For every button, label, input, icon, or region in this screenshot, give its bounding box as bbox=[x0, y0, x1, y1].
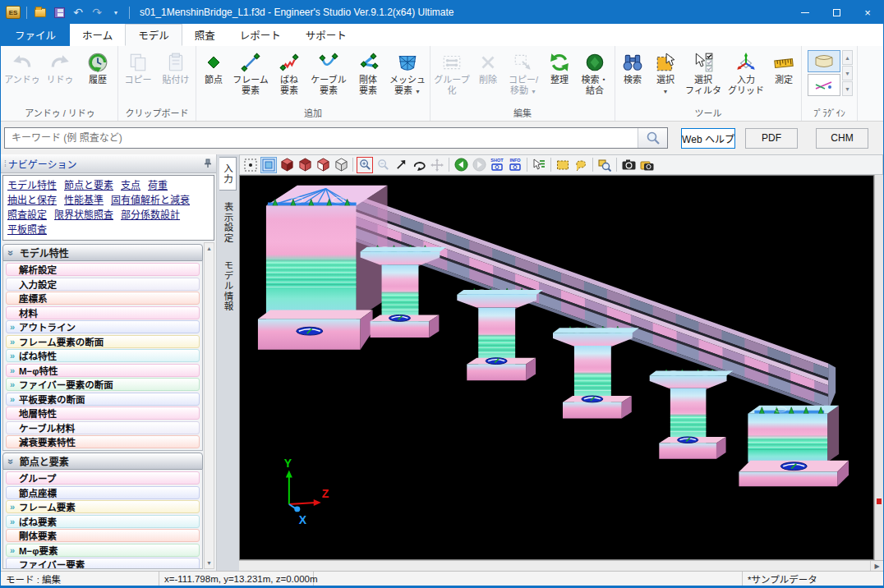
select-filter-button[interactable]: 選択 フィルタ bbox=[682, 48, 725, 95]
scroll-right-button[interactable]: ▶ bbox=[870, 561, 883, 571]
select-elements-button[interactable] bbox=[531, 157, 547, 173]
scroll-up-button[interactable]: ▲ bbox=[842, 50, 853, 65]
nav-item-damping-props[interactable]: 減衰要素特性 bbox=[6, 435, 200, 448]
view-iso-3-button[interactable] bbox=[315, 157, 331, 173]
nav-link-eigen-damping[interactable]: 固有値解析と減衰 bbox=[111, 193, 190, 208]
rotate-view-button[interactable] bbox=[411, 157, 427, 173]
nav-item-frame-section[interactable]: »フレーム要素の断面 bbox=[6, 335, 200, 348]
nav-item-analysis-settings[interactable]: 解析設定 bbox=[6, 263, 200, 276]
maximize-button[interactable] bbox=[821, 1, 852, 24]
zoom-out-button[interactable] bbox=[375, 157, 391, 173]
tab-model[interactable]: モデル bbox=[125, 24, 182, 46]
nav-item-frame-elements[interactable]: »フレーム要素 bbox=[6, 500, 200, 513]
nav-item-groups[interactable]: グループ bbox=[6, 471, 200, 485]
close-button[interactable]: × bbox=[852, 1, 883, 24]
nav-scrollbar[interactable]: ▲ ▼ bbox=[204, 242, 214, 569]
input-grid-button[interactable]: 入力 グリッド bbox=[725, 48, 767, 95]
nav-item-coordinate-system[interactable]: 座標系 bbox=[6, 292, 200, 305]
rect-select-button[interactable] bbox=[555, 157, 571, 173]
add-cable-element-button[interactable]: ケーブル 要素 bbox=[307, 48, 350, 95]
view-iso-1-button[interactable] bbox=[279, 157, 295, 173]
nav-item-m-phi-props[interactable]: »M−φ特性 bbox=[6, 364, 200, 377]
add-rigid-element-button[interactable]: 剛体 要素 bbox=[350, 48, 386, 95]
scroll-down-button[interactable]: ▼ bbox=[842, 66, 853, 80]
nav-link-partial-factor[interactable]: 部分係数設計 bbox=[121, 208, 180, 223]
zoom-in-button[interactable] bbox=[357, 157, 373, 173]
pan-button[interactable] bbox=[429, 157, 445, 173]
nav-item-outline[interactable]: »アウトライン bbox=[6, 320, 200, 333]
minimize-button[interactable] bbox=[790, 1, 821, 24]
nav-item-plate-section[interactable]: »平板要素の断面 bbox=[6, 393, 200, 406]
add-mesh-element-button[interactable]: メッシュ 要素 ▼ bbox=[386, 48, 429, 95]
copy-button[interactable]: コピー bbox=[119, 48, 157, 85]
open-file-button[interactable] bbox=[33, 5, 48, 20]
nav-item-materials[interactable]: 材料 bbox=[6, 306, 200, 319]
redo-button[interactable]: リドゥ bbox=[41, 48, 79, 85]
qat-customize-button[interactable]: ▼ bbox=[108, 5, 123, 20]
nav-item-ground-props[interactable]: 地層特性 bbox=[6, 407, 200, 420]
select-button[interactable]: 選択▼ bbox=[649, 48, 682, 95]
pdf-help-button[interactable]: PDF bbox=[745, 128, 798, 149]
viewport-vertical-scrollbar[interactable] bbox=[874, 175, 883, 560]
side-tab-input[interactable]: 入力 bbox=[219, 157, 237, 191]
viewport-horizontal-scrollbar[interactable]: ▶ bbox=[239, 560, 883, 571]
fit-selection-button[interactable] bbox=[242, 157, 259, 173]
save-button[interactable] bbox=[52, 5, 67, 20]
lasso-select-button[interactable] bbox=[573, 157, 589, 173]
nav-link-extract-save[interactable]: 抽出と保存 bbox=[7, 193, 57, 208]
nav-link-check-settings[interactable]: 照査設定 bbox=[7, 208, 47, 223]
search-merge-button[interactable]: 検索・ 結合 bbox=[576, 48, 614, 95]
fit-view-button[interactable] bbox=[260, 157, 277, 173]
nav-item-fiber-section[interactable]: »ファイバー要素の断面 bbox=[6, 378, 200, 391]
nav-item-fiber-elements[interactable]: ファイバー要素 bbox=[6, 558, 200, 569]
history-button[interactable]: 履歴 bbox=[79, 48, 117, 85]
add-frame-element-button[interactable]: フレーム 要素 bbox=[230, 48, 271, 95]
copy-move-button[interactable]: コピー/ 移動 ▼ bbox=[504, 48, 543, 95]
help-search-button[interactable] bbox=[638, 128, 667, 148]
organize-button[interactable]: 整理 bbox=[543, 48, 576, 85]
scroll-end-button[interactable]: ▼ bbox=[842, 81, 853, 96]
paste-button[interactable]: 貼付け bbox=[157, 48, 195, 85]
zoom-region-button[interactable] bbox=[596, 157, 613, 173]
tab-support[interactable]: サポート bbox=[293, 24, 359, 46]
pin-icon[interactable] bbox=[203, 158, 213, 168]
nav-link-plate-check[interactable]: 平板照査 bbox=[7, 223, 47, 237]
delete-button[interactable]: 削除 bbox=[472, 48, 504, 85]
side-tab-model-info[interactable]: モデル情報 bbox=[220, 255, 237, 318]
web-help-button[interactable]: Web ヘルプ bbox=[681, 128, 735, 149]
view-forward-button[interactable] bbox=[471, 157, 487, 173]
quick-undo-button[interactable]: ↶ bbox=[71, 5, 85, 20]
nav-item-rigid-elements[interactable]: 剛体要素 bbox=[6, 529, 200, 542]
nav-link-nodes-elements[interactable]: 節点と要素 bbox=[64, 178, 113, 193]
nav-item-node-coords[interactable]: 節点座標 bbox=[6, 486, 200, 499]
view-wireframe-button[interactable] bbox=[333, 157, 349, 173]
tab-home[interactable]: ホーム bbox=[70, 24, 125, 46]
model-3d-canvas[interactable]: Y Z X bbox=[239, 175, 874, 560]
chm-help-button[interactable]: CHM bbox=[816, 128, 868, 149]
nav-link-limit-state[interactable]: 限界状態照査 bbox=[54, 208, 113, 223]
camera-export-button[interactable] bbox=[638, 157, 655, 173]
nav-item-spring-props[interactable]: »ばね特性 bbox=[6, 349, 200, 362]
nav-item-cable-material[interactable]: ケーブル材料 bbox=[6, 421, 200, 434]
tab-file[interactable]: ファイル bbox=[1, 24, 70, 46]
help-search-input[interactable] bbox=[5, 128, 638, 148]
nav-link-performance[interactable]: 性能基準 bbox=[64, 193, 104, 208]
undo-button[interactable]: アンドゥ bbox=[3, 48, 41, 85]
plugin-scro-button[interactable] bbox=[808, 50, 840, 72]
add-node-button[interactable]: 節点 bbox=[197, 48, 230, 85]
nav-link-model-props[interactable]: モデル特性 bbox=[7, 178, 57, 193]
add-spring-element-button[interactable]: ばね 要素 bbox=[271, 48, 307, 95]
nav-item-spring-elements[interactable]: »ばね要素 bbox=[6, 515, 200, 528]
section-header-model-props[interactable]: » モデル特性 bbox=[2, 244, 203, 261]
side-tab-display-settings[interactable]: 表示設定 bbox=[220, 196, 237, 249]
measure-button[interactable]: 測定 bbox=[767, 48, 800, 85]
nav-item-m-phi-elements[interactable]: »M−φ要素 bbox=[6, 544, 200, 557]
nav-item-input-settings[interactable]: 入力設定 bbox=[6, 278, 200, 291]
scroll-up-icon[interactable]: ▲ bbox=[206, 243, 212, 254]
screenshot-button[interactable]: SHOT bbox=[489, 157, 505, 173]
nav-link-loads[interactable]: 荷重 bbox=[148, 178, 168, 193]
camera-button[interactable] bbox=[620, 157, 637, 173]
scroll-down-icon[interactable]: ▼ bbox=[206, 558, 212, 568]
nav-link-supports[interactable]: 支点 bbox=[121, 178, 140, 193]
info-capture-button[interactable]: INFO bbox=[507, 157, 523, 173]
